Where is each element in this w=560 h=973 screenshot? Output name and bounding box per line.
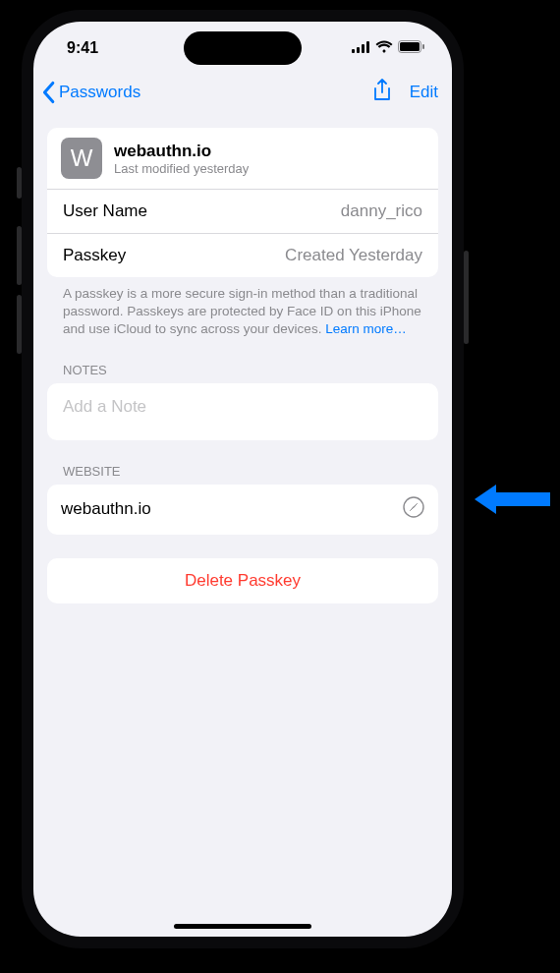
home-indicator[interactable] xyxy=(174,924,311,929)
notes-section-header: NOTES xyxy=(47,357,438,383)
passkey-value: Created Yesterday xyxy=(285,246,422,265)
username-label: User Name xyxy=(63,201,147,221)
svg-rect-5 xyxy=(400,42,420,51)
svg-rect-6 xyxy=(422,44,424,49)
svg-rect-3 xyxy=(366,41,369,53)
notes-input[interactable]: Add a Note xyxy=(47,383,438,440)
username-value: danny_rico xyxy=(341,201,422,221)
learn-more-link[interactable]: Learn more… xyxy=(325,321,407,336)
delete-passkey-button[interactable]: Delete Passkey xyxy=(47,558,438,603)
card-header: W webauthn.io Last modified yesterday xyxy=(47,128,438,190)
username-row[interactable]: User Name danny_rico xyxy=(47,190,438,233)
website-section-header: WEBSITE xyxy=(47,458,438,485)
dynamic-island xyxy=(184,31,302,65)
screen: 9:41 Passwords xyxy=(33,22,452,937)
passkey-label: Passkey xyxy=(63,246,126,265)
website-row[interactable]: webauthn.io xyxy=(47,485,438,535)
back-button[interactable]: Passwords xyxy=(39,81,140,104)
share-button[interactable] xyxy=(372,79,392,107)
site-title: webauthn.io xyxy=(114,142,249,161)
content: W webauthn.io Last modified yesterday Us… xyxy=(33,114,452,617)
mute-switch xyxy=(17,167,22,199)
status-icons xyxy=(352,35,424,57)
passkey-explainer: A passkey is a more secure sign-in metho… xyxy=(47,277,438,357)
side-button xyxy=(464,251,469,344)
share-icon xyxy=(372,79,392,102)
site-icon: W xyxy=(61,138,102,179)
edit-button[interactable]: Edit xyxy=(410,83,438,102)
status-time: 9:41 xyxy=(67,35,98,57)
cellular-icon xyxy=(352,39,370,57)
chevron-left-icon xyxy=(39,81,57,104)
wifi-icon xyxy=(375,39,393,57)
passkey-row[interactable]: Passkey Created Yesterday xyxy=(47,233,438,277)
svg-rect-2 xyxy=(362,44,364,53)
phone-frame: 9:41 Passwords xyxy=(22,10,464,948)
back-label: Passwords xyxy=(59,83,140,102)
svg-rect-0 xyxy=(352,49,355,53)
battery-icon xyxy=(398,39,424,57)
account-card: W webauthn.io Last modified yesterday Us… xyxy=(47,128,438,277)
site-subtitle: Last modified yesterday xyxy=(114,161,249,176)
safari-icon[interactable] xyxy=(403,496,424,523)
volume-up-button xyxy=(17,226,22,285)
callout-arrow xyxy=(475,485,550,514)
svg-rect-1 xyxy=(357,47,360,53)
website-value: webauthn.io xyxy=(61,499,151,519)
svg-marker-9 xyxy=(411,503,418,510)
nav-bar: Passwords Edit xyxy=(33,71,452,114)
volume-down-button xyxy=(17,295,22,354)
